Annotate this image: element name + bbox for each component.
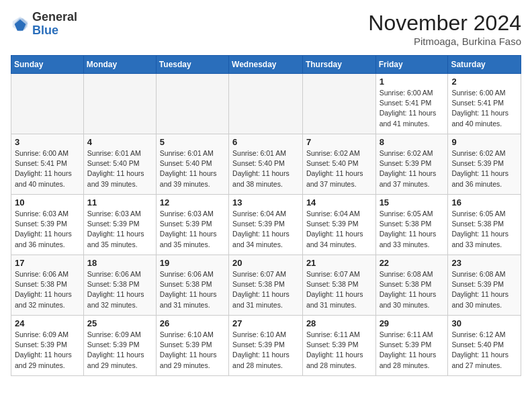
day-info: Sunrise: 6:01 AM Sunset: 5:40 PM Dayligh…: [232, 148, 299, 189]
day-info: Sunrise: 6:04 AM Sunset: 5:39 PM Dayligh…: [232, 209, 299, 250]
day-info: Sunrise: 6:10 AM Sunset: 5:39 PM Dayligh…: [232, 330, 299, 371]
day-number: 11: [87, 197, 152, 208]
day-number: 5: [160, 137, 225, 147]
day-info: Sunrise: 6:00 AM Sunset: 5:41 PM Dayligh…: [380, 88, 445, 129]
calendar-cell: 3Sunrise: 6:00 AM Sunset: 5:41 PM Daylig…: [11, 134, 84, 195]
calendar-cell: 5Sunrise: 6:01 AM Sunset: 5:40 PM Daylig…: [156, 134, 228, 195]
weekday-saturday: Saturday: [448, 56, 521, 74]
day-info: Sunrise: 6:03 AM Sunset: 5:39 PM Dayligh…: [160, 209, 225, 250]
calendar-cell: 9Sunrise: 6:02 AM Sunset: 5:39 PM Daylig…: [448, 134, 521, 195]
day-info: Sunrise: 6:06 AM Sunset: 5:38 PM Dayligh…: [87, 269, 152, 310]
day-number: 19: [160, 258, 225, 268]
week-row-5: 24Sunrise: 6:09 AM Sunset: 5:39 PM Dayli…: [11, 316, 521, 376]
day-number: 22: [380, 258, 445, 268]
calendar-cell: 7Sunrise: 6:02 AM Sunset: 5:40 PM Daylig…: [302, 134, 375, 195]
day-info: Sunrise: 6:07 AM Sunset: 5:38 PM Dayligh…: [306, 269, 372, 310]
day-info: Sunrise: 6:02 AM Sunset: 5:39 PM Dayligh…: [380, 148, 445, 189]
logo-text: General Blue: [32, 11, 77, 38]
weekday-friday: Friday: [375, 56, 448, 74]
day-number: 15: [380, 197, 445, 208]
calendar-cell: 24Sunrise: 6:09 AM Sunset: 5:39 PM Dayli…: [11, 316, 84, 376]
calendar-cell: 27Sunrise: 6:10 AM Sunset: 5:39 PM Dayli…: [229, 316, 303, 376]
day-number: 21: [306, 258, 372, 268]
calendar-cell: 6Sunrise: 6:01 AM Sunset: 5:40 PM Daylig…: [229, 134, 303, 195]
day-info: Sunrise: 6:12 AM Sunset: 5:40 PM Dayligh…: [451, 330, 517, 371]
weekday-header-row: SundayMondayTuesdayWednesdayThursdayFrid…: [11, 56, 521, 74]
day-info: Sunrise: 6:05 AM Sunset: 5:38 PM Dayligh…: [380, 209, 445, 250]
calendar-cell: 15Sunrise: 6:05 AM Sunset: 5:38 PM Dayli…: [375, 195, 448, 255]
day-info: Sunrise: 6:10 AM Sunset: 5:39 PM Dayligh…: [160, 330, 225, 371]
calendar-cell: 10Sunrise: 6:03 AM Sunset: 5:39 PM Dayli…: [11, 195, 84, 255]
calendar-cell: 4Sunrise: 6:01 AM Sunset: 5:40 PM Daylig…: [83, 134, 156, 195]
day-info: Sunrise: 6:09 AM Sunset: 5:39 PM Dayligh…: [15, 330, 80, 371]
day-number: 26: [160, 318, 225, 328]
calendar-cell: 23Sunrise: 6:08 AM Sunset: 5:39 PM Dayli…: [448, 255, 521, 316]
week-row-3: 10Sunrise: 6:03 AM Sunset: 5:39 PM Dayli…: [11, 195, 521, 255]
day-number: 25: [87, 318, 152, 328]
calendar-cell: [229, 74, 303, 134]
day-number: 8: [380, 137, 445, 147]
week-row-4: 17Sunrise: 6:06 AM Sunset: 5:38 PM Dayli…: [11, 255, 521, 316]
day-info: Sunrise: 6:07 AM Sunset: 5:38 PM Dayligh…: [232, 269, 299, 310]
logo: General Blue: [11, 11, 77, 38]
logo-general-text: General: [32, 11, 77, 24]
day-number: 12: [160, 197, 225, 208]
day-info: Sunrise: 6:01 AM Sunset: 5:40 PM Dayligh…: [160, 148, 225, 189]
calendar-cell: 30Sunrise: 6:12 AM Sunset: 5:40 PM Dayli…: [448, 316, 521, 376]
day-info: Sunrise: 6:00 AM Sunset: 5:41 PM Dayligh…: [451, 88, 517, 129]
month-title: November 2024: [368, 11, 521, 36]
day-number: 16: [451, 197, 517, 208]
day-number: 23: [451, 258, 517, 268]
logo-blue-text: Blue: [32, 24, 77, 38]
calendar-cell: 21Sunrise: 6:07 AM Sunset: 5:38 PM Dayli…: [302, 255, 375, 316]
day-info: Sunrise: 6:11 AM Sunset: 5:39 PM Dayligh…: [306, 330, 372, 371]
calendar-table: SundayMondayTuesdayWednesdayThursdayFrid…: [11, 55, 521, 376]
day-info: Sunrise: 6:11 AM Sunset: 5:39 PM Dayligh…: [380, 330, 445, 371]
calendar-cell: 29Sunrise: 6:11 AM Sunset: 5:39 PM Dayli…: [375, 316, 448, 376]
day-info: Sunrise: 6:01 AM Sunset: 5:40 PM Dayligh…: [87, 148, 152, 189]
day-number: 3: [15, 137, 80, 147]
day-number: 20: [232, 258, 299, 268]
calendar-cell: 20Sunrise: 6:07 AM Sunset: 5:38 PM Dayli…: [229, 255, 303, 316]
day-number: 2: [451, 77, 517, 87]
calendar-cell: 22Sunrise: 6:08 AM Sunset: 5:38 PM Dayli…: [375, 255, 448, 316]
day-number: 6: [232, 137, 299, 147]
day-info: Sunrise: 6:08 AM Sunset: 5:39 PM Dayligh…: [451, 269, 517, 310]
day-info: Sunrise: 6:04 AM Sunset: 5:39 PM Dayligh…: [306, 209, 372, 250]
day-info: Sunrise: 6:05 AM Sunset: 5:38 PM Dayligh…: [451, 209, 517, 250]
day-number: 13: [232, 197, 299, 208]
location-subtitle: Pitmoaga, Burkina Faso: [368, 36, 521, 47]
day-info: Sunrise: 6:06 AM Sunset: 5:38 PM Dayligh…: [160, 269, 225, 310]
day-info: Sunrise: 6:03 AM Sunset: 5:39 PM Dayligh…: [15, 209, 80, 250]
calendar-cell: [156, 74, 228, 134]
logo-icon: [11, 15, 30, 34]
day-number: 1: [380, 77, 445, 87]
day-number: 10: [15, 197, 80, 208]
page-header: General Blue November 2024 Pitmoaga, Bur…: [11, 11, 521, 47]
calendar-cell: [83, 74, 156, 134]
calendar-cell: 13Sunrise: 6:04 AM Sunset: 5:39 PM Dayli…: [229, 195, 303, 255]
weekday-monday: Monday: [83, 56, 156, 74]
day-number: 27: [232, 318, 299, 328]
day-number: 29: [380, 318, 445, 328]
calendar-body: 1Sunrise: 6:00 AM Sunset: 5:41 PM Daylig…: [11, 74, 521, 376]
day-info: Sunrise: 6:08 AM Sunset: 5:38 PM Dayligh…: [380, 269, 445, 310]
week-row-2: 3Sunrise: 6:00 AM Sunset: 5:41 PM Daylig…: [11, 134, 521, 195]
day-info: Sunrise: 6:02 AM Sunset: 5:40 PM Dayligh…: [306, 148, 372, 189]
title-block: November 2024 Pitmoaga, Burkina Faso: [368, 11, 521, 47]
day-number: 4: [87, 137, 152, 147]
calendar-cell: 1Sunrise: 6:00 AM Sunset: 5:41 PM Daylig…: [375, 74, 448, 134]
calendar-cell: 26Sunrise: 6:10 AM Sunset: 5:39 PM Dayli…: [156, 316, 228, 376]
day-number: 14: [306, 197, 372, 208]
weekday-thursday: Thursday: [302, 56, 375, 74]
calendar-cell: 17Sunrise: 6:06 AM Sunset: 5:38 PM Dayli…: [11, 255, 84, 316]
day-number: 18: [87, 258, 152, 268]
calendar-cell: [11, 74, 84, 134]
calendar-cell: 11Sunrise: 6:03 AM Sunset: 5:39 PM Dayli…: [83, 195, 156, 255]
calendar-cell: 2Sunrise: 6:00 AM Sunset: 5:41 PM Daylig…: [448, 74, 521, 134]
calendar-cell: 16Sunrise: 6:05 AM Sunset: 5:38 PM Dayli…: [448, 195, 521, 255]
day-number: 9: [451, 137, 517, 147]
calendar-cell: 28Sunrise: 6:11 AM Sunset: 5:39 PM Dayli…: [302, 316, 375, 376]
calendar-cell: 8Sunrise: 6:02 AM Sunset: 5:39 PM Daylig…: [375, 134, 448, 195]
calendar-cell: [302, 74, 375, 134]
